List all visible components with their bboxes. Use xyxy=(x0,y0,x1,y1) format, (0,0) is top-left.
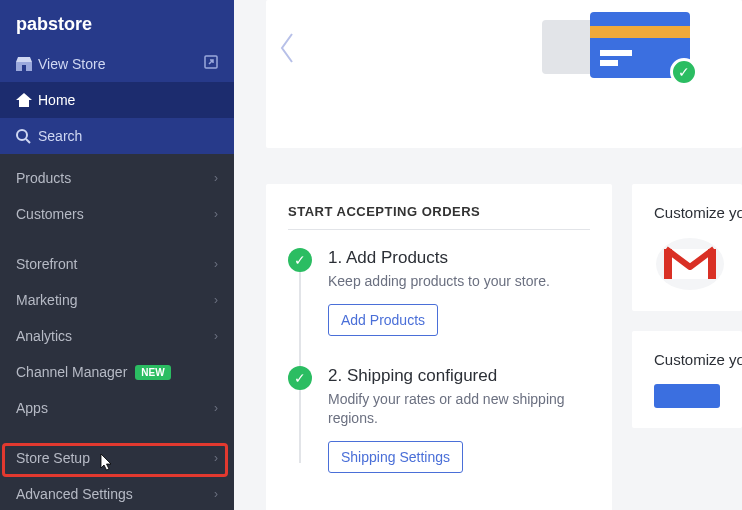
brand: pabstore xyxy=(0,0,234,45)
svg-rect-1 xyxy=(22,65,26,71)
shipping-settings-button[interactable]: Shipping Settings xyxy=(328,441,463,473)
svg-rect-6 xyxy=(664,249,672,279)
nav-advanced-settings[interactable]: Advanced Settings › xyxy=(0,476,234,510)
step-title: 2. Shipping configured xyxy=(328,366,590,386)
step-shipping: ✓ 2. Shipping configured Modify your rat… xyxy=(288,366,590,473)
home-icon xyxy=(16,93,38,107)
carousel-prev[interactable] xyxy=(276,30,298,74)
hero-illustration: ✓ xyxy=(542,8,722,108)
nav-customers[interactable]: Customers › xyxy=(0,196,234,232)
store-icon xyxy=(16,57,38,71)
nav-label: Advanced Settings xyxy=(16,486,133,502)
orders-panel: START ACCEPTING ORDERS ✓ 1. Add Products… xyxy=(266,184,612,510)
nav-storefront[interactable]: Storefront › xyxy=(0,246,234,282)
svg-line-4 xyxy=(26,139,30,143)
chevron-right-icon: › xyxy=(214,401,218,415)
nav-label: Products xyxy=(16,170,71,186)
check-icon: ✓ xyxy=(288,248,312,272)
customize-panel-2: Customize yo xyxy=(632,331,742,428)
nav-label: Store Setup xyxy=(16,450,90,466)
chevron-right-icon: › xyxy=(214,329,218,343)
nav-label: Storefront xyxy=(16,256,77,272)
nav-label: Analytics xyxy=(16,328,72,344)
step-desc: Keep adding products to your store. xyxy=(328,272,590,292)
home-link[interactable]: Home xyxy=(0,82,234,118)
customize-panel-1: Customize yo xyxy=(632,184,742,311)
search-icon xyxy=(16,129,38,144)
step-add-products: ✓ 1. Add Products Keep adding products t… xyxy=(288,248,590,336)
step-title: 1. Add Products xyxy=(328,248,590,268)
chevron-right-icon: › xyxy=(214,171,218,185)
main-content: ✓ START ACCEPTING ORDERS ✓ 1. Add Produc… xyxy=(234,0,742,510)
sidebar: pabstore View Store Home xyxy=(0,0,234,510)
credit-card-icon: ✓ xyxy=(590,12,690,78)
svg-rect-7 xyxy=(708,249,716,279)
nav-store-setup[interactable]: Store Setup › xyxy=(0,440,234,476)
nav-products[interactable]: Products › xyxy=(0,160,234,196)
panel-title: START ACCEPTING ORDERS xyxy=(288,204,590,230)
nav-marketing[interactable]: Marketing › xyxy=(0,282,234,318)
chevron-right-icon: › xyxy=(214,293,218,307)
external-icon xyxy=(204,55,218,72)
gmail-icon xyxy=(654,237,726,291)
nav-channel-manager[interactable]: Channel Manager NEW xyxy=(0,354,234,390)
new-badge: NEW xyxy=(135,365,170,380)
home-label: Home xyxy=(38,92,75,108)
chevron-right-icon: › xyxy=(214,487,218,501)
step-desc: Modify your rates or add new shipping re… xyxy=(328,390,590,429)
nav-analytics[interactable]: Analytics › xyxy=(0,318,234,354)
hero-card: ✓ xyxy=(266,0,742,148)
svg-point-3 xyxy=(17,130,27,140)
side-title: Customize yo xyxy=(654,351,720,368)
nav-label: Customers xyxy=(16,206,84,222)
blue-icon xyxy=(654,384,720,408)
sidebar-header: pabstore View Store Home xyxy=(0,0,234,154)
view-store-link[interactable]: View Store xyxy=(0,45,234,82)
chevron-right-icon: › xyxy=(214,451,218,465)
check-icon: ✓ xyxy=(670,58,698,86)
nav-label: Marketing xyxy=(16,292,77,308)
add-products-button[interactable]: Add Products xyxy=(328,304,438,336)
nav-apps[interactable]: Apps › xyxy=(0,390,234,426)
nav-label: Channel Manager xyxy=(16,364,127,380)
nav-label: Apps xyxy=(16,400,48,416)
side-title: Customize yo xyxy=(654,204,720,221)
search-link[interactable]: Search xyxy=(0,118,234,154)
chevron-right-icon: › xyxy=(214,257,218,271)
search-label: Search xyxy=(38,128,82,144)
check-icon: ✓ xyxy=(288,366,312,390)
sidebar-nav: Products › Customers › Storefront › Mark… xyxy=(0,154,234,510)
view-store-label: View Store xyxy=(38,56,105,72)
chevron-right-icon: › xyxy=(214,207,218,221)
